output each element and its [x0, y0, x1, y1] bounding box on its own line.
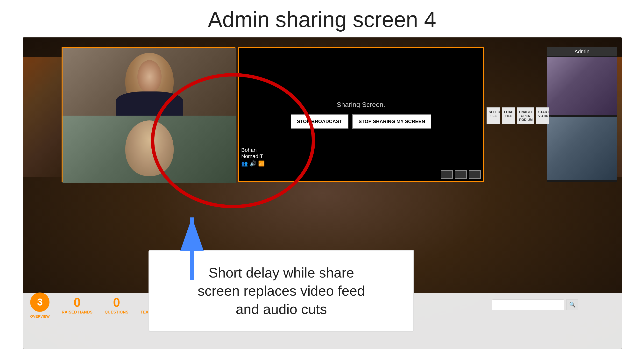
screenshot-container: EMPHASIS FULL SCREEN Sharing Screen. STO…: [23, 37, 622, 349]
annotation-box: Short delay while share screen replaces …: [148, 250, 414, 332]
video-panel-left: [62, 47, 236, 182]
participant-icons: 👥 🔊 📶: [241, 160, 265, 167]
video-panel-right: Admin: [547, 47, 617, 182]
video-bottom-left: [62, 116, 236, 183]
overview-control[interactable]: 3 OVERVIEW: [30, 293, 50, 318]
participant-face-2: [125, 120, 174, 176]
signal-icon: 📶: [258, 160, 265, 167]
layout-buttons: [441, 170, 481, 179]
questions-label: QUESTIONS: [104, 310, 128, 315]
toolbar-right: SELECT FILE LOAD FILE ENABLE OPEN PODIUM…: [486, 107, 549, 124]
sharing-screen-title: Sharing Screen.: [337, 101, 386, 109]
video-panel-center: EMPHASIS FULL SCREEN Sharing Screen. STO…: [238, 47, 484, 182]
admin-video-bottom: [547, 117, 617, 180]
select-file-button[interactable]: SELECT FILE: [486, 107, 500, 124]
search-input[interactable]: [492, 300, 564, 310]
people-icon: 👥: [241, 160, 248, 167]
overview-badge: 3: [30, 293, 50, 312]
overview-label: OVERVIEW: [30, 314, 50, 318]
overview-count: 3: [37, 296, 43, 308]
video-top-left: [62, 48, 236, 116]
raised-hands-count: 0: [74, 296, 81, 309]
load-file-button[interactable]: LOAD FILE: [502, 107, 515, 124]
participant-overlay: Bohan NomadIT 👥 🔊 📶: [241, 147, 265, 167]
admin-video-top: [547, 57, 617, 115]
questions-count: 0: [113, 296, 120, 309]
stop-broadcast-button[interactable]: STOP BROADCAST: [291, 114, 348, 129]
audio-icon: 🔊: [250, 160, 256, 167]
layout-button-2[interactable]: [455, 170, 467, 179]
admin-label: Admin: [547, 47, 617, 56]
stop-sharing-button[interactable]: STOP SHARING MY SCREEN: [352, 114, 432, 129]
layout-button-1[interactable]: [441, 170, 453, 179]
participant-org: NomadIT: [241, 153, 265, 160]
search-button[interactable]: 🔍: [566, 300, 578, 310]
raised-hands-control[interactable]: 0 RAISED HANDS: [62, 296, 93, 315]
start-voting-button[interactable]: START VOTING: [536, 107, 549, 124]
participant-name: Bohan: [241, 147, 265, 153]
sharing-screen-content: Sharing Screen. STOP BROADCAST STOP SHAR…: [239, 48, 483, 181]
annotation-text: Short delay while share screen replaces …: [198, 264, 365, 318]
raised-hands-label: RAISED HANDS: [62, 310, 93, 315]
page-title: Admin sharing screen 4: [0, 0, 644, 39]
enable-open-podium-button[interactable]: ENABLE OPEN PODIUM: [517, 107, 534, 124]
questions-control[interactable]: 0 QUESTIONS: [104, 296, 128, 315]
layout-button-3[interactable]: [469, 170, 481, 179]
sharing-buttons: STOP BROADCAST STOP SHARING MY SCREEN: [291, 114, 432, 129]
participant-shirt-1: [116, 91, 183, 116]
search-icon: 🔍: [569, 302, 576, 308]
search-area: 🔍: [492, 300, 578, 310]
